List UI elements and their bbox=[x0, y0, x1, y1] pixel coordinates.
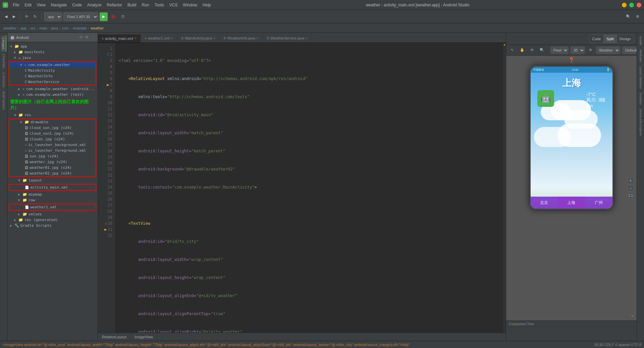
tree-item-drawable[interactable]: ▼ 📁 drawable bbox=[9, 119, 96, 125]
window-controls[interactable] bbox=[622, 3, 641, 7]
app-selector[interactable]: app bbox=[44, 12, 62, 21]
tab-weatherinfo[interactable]: C WeatherInfo.java × bbox=[220, 34, 263, 43]
preview-inspect-btn[interactable]: 🔍 bbox=[538, 47, 546, 54]
menu-bar[interactable]: File Edit View Navigate Code Analyze Ref… bbox=[10, 2, 214, 8]
zoom-fit-button[interactable]: 1:1 bbox=[627, 192, 634, 199]
search-button[interactable]: 🔍 bbox=[624, 12, 633, 21]
tree-item-mainactivity[interactable]: C MainActivity bbox=[9, 68, 96, 73]
sidebar-favorites[interactable]: 2:Favorites bbox=[1, 52, 6, 71]
settings-button[interactable]: ⚙ bbox=[634, 12, 641, 21]
tree-item-activity-main[interactable]: 📄 activity_main.xml bbox=[9, 185, 96, 190]
tree-item-res-gen[interactable]: ▶ 📁 res (generated) bbox=[7, 217, 98, 223]
bottom-tab-imageview[interactable]: ImageView bbox=[131, 333, 157, 341]
tree-item-ic-fg[interactable]: x ic_launcher_foreground.xml bbox=[9, 148, 96, 153]
tree-item-layout[interactable]: ▼ 📁 layout bbox=[7, 178, 98, 183]
menu-edit[interactable]: Edit bbox=[22, 2, 34, 8]
tab-close-3[interactable]: × bbox=[214, 37, 216, 40]
menu-refactor[interactable]: Refactor bbox=[104, 2, 125, 8]
tree-item-gradle[interactable]: ▶ 🔧 Gradle Scripts bbox=[7, 223, 98, 228]
code-mode-btn[interactable]: Code bbox=[589, 35, 604, 43]
debug-button[interactable]: 🐞 bbox=[109, 12, 118, 21]
menu-tools[interactable]: Tools bbox=[152, 2, 167, 8]
menu-window[interactable]: Window bbox=[180, 2, 200, 8]
tree-item-weather02[interactable]: 🖼 weather02.jpg (v24) bbox=[9, 170, 96, 176]
menu-help[interactable]: Help bbox=[200, 2, 214, 8]
tree-item-weather01[interactable]: 🖼 weather01.jpg (v24) bbox=[9, 165, 96, 170]
city-tab-shanghai[interactable]: 上海 bbox=[558, 197, 585, 209]
sidebar-attributes[interactable]: Attributes bbox=[638, 47, 643, 64]
tree-item-package[interactable]: ▼ c com.example.weather bbox=[9, 62, 96, 68]
tree-item-sun[interactable]: 🖼 sun.jpg (v24) bbox=[9, 153, 96, 159]
maximize-button[interactable] bbox=[629, 3, 634, 7]
tab-mainactivity[interactable]: C MainActivity.java × bbox=[177, 34, 220, 43]
tree-item-res[interactable]: ▼ 📁 res bbox=[7, 112, 98, 118]
tree-item-weatherservice[interactable]: C WeatherService bbox=[9, 79, 96, 85]
tree-item-mipmap[interactable]: ▶ 📁 mipmap bbox=[7, 192, 98, 197]
tab-close-5[interactable]: × bbox=[306, 37, 308, 40]
api-selector[interactable]: 30 bbox=[571, 47, 585, 54]
preview-cursor-btn[interactable]: ↖ bbox=[509, 47, 516, 54]
menu-build[interactable]: Build bbox=[125, 2, 139, 8]
tree-item-weatherinfo[interactable]: C WeatherInfo bbox=[9, 73, 96, 79]
breadcrumb-main[interactable]: main bbox=[39, 26, 47, 30]
menu-run[interactable]: Run bbox=[139, 2, 152, 8]
preview-pan-btn[interactable]: ✋ bbox=[518, 47, 527, 54]
back-button[interactable]: ◀ bbox=[3, 12, 9, 21]
breadcrumb-src[interactable]: src bbox=[31, 26, 36, 30]
tab-weatherservice[interactable]: C WeatherService.java × bbox=[263, 34, 312, 43]
city-tab-guangzhou[interactable]: 广州 bbox=[585, 197, 612, 209]
pixel-selector[interactable]: Pixel bbox=[550, 47, 569, 54]
tree-item-clouds[interactable]: 🖼 clouds.jpg (v24) bbox=[9, 136, 96, 142]
tree-item-ic-bg[interactable]: x ic_launcher_background.xml bbox=[9, 142, 96, 148]
preview-orient-btn[interactable]: ⟳ bbox=[587, 47, 594, 54]
menu-analyze[interactable]: Analyze bbox=[85, 2, 104, 8]
weather-selector[interactable]: Weather bbox=[596, 47, 620, 54]
tree-item-weather1-xml[interactable]: 📄 weather1.xml bbox=[9, 204, 96, 210]
menu-code[interactable]: Code bbox=[69, 2, 85, 8]
sidebar-device-explorer[interactable]: Device File Explorer bbox=[638, 107, 643, 138]
menu-vcs[interactable]: VCS bbox=[167, 2, 180, 8]
breadcrumb-final[interactable]: weather bbox=[91, 26, 104, 30]
tree-item-package2[interactable]: ▶ c com.example.weather (android... bbox=[7, 86, 98, 92]
tree-item-raw[interactable]: ▼ 📁 raw bbox=[7, 197, 98, 203]
project-more-icon[interactable]: ⋮ bbox=[91, 35, 95, 40]
tab-close-2[interactable]: × bbox=[171, 37, 173, 40]
sidebar-emulator[interactable]: Emulator bbox=[638, 91, 643, 107]
city-tab-beijing[interactable]: 北京 bbox=[531, 197, 558, 209]
tree-item-values[interactable]: ▶ 📁 values bbox=[7, 211, 98, 217]
sidebar-layout-validation[interactable]: Layout Validation bbox=[638, 64, 643, 91]
close-button[interactable] bbox=[637, 3, 641, 7]
menu-view[interactable]: View bbox=[34, 2, 48, 8]
breadcrumb-weather[interactable]: weather bbox=[3, 26, 16, 30]
menu-file[interactable]: File bbox=[10, 2, 22, 8]
tree-item-cloud-sun1[interactable]: 🖼 cloud_sun1.jpg (v24) bbox=[9, 131, 96, 136]
tree-item-app[interactable]: ▼ 📁 app bbox=[7, 44, 98, 49]
project-settings-icon[interactable]: ⚙ bbox=[85, 35, 89, 40]
sync-button[interactable]: ⟳ bbox=[23, 12, 30, 21]
bottom-tab-relativelayout[interactable]: RelativeLayout bbox=[98, 333, 131, 341]
sidebar-structure[interactable]: Z-Structure bbox=[1, 70, 6, 89]
breadcrumb-example[interactable]: example bbox=[73, 26, 87, 30]
sidebar-project[interactable]: 1:Project bbox=[1, 36, 6, 52]
sidebar-gradle[interactable]: Gradle bbox=[638, 34, 643, 47]
forward-button[interactable]: ▶ bbox=[11, 12, 17, 21]
device-selector[interactable]: Pixel 2 API 30 bbox=[63, 12, 98, 21]
zoom-in-button[interactable]: + bbox=[627, 178, 634, 184]
menu-navigate[interactable]: Navigate bbox=[48, 2, 69, 8]
breadcrumb-com[interactable]: com bbox=[62, 26, 69, 30]
breadcrumb-app[interactable]: app bbox=[20, 26, 26, 30]
resize-handle[interactable]: ↘ bbox=[631, 313, 634, 318]
project-sync-icon[interactable]: ⟳ bbox=[79, 35, 83, 40]
profile-button[interactable]: ⏱ bbox=[119, 12, 127, 21]
tree-item-cloud-sun[interactable]: 🖼 cloud_sun.jpg (v24) bbox=[9, 125, 96, 131]
tree-item-java[interactable]: ▼ ☕ java bbox=[7, 55, 98, 61]
tree-item-manifests[interactable]: ▶ 📁 manifests bbox=[7, 49, 98, 55]
tab-weather1[interactable]: x weather1.xml × bbox=[141, 34, 177, 43]
split-mode-btn[interactable]: Split bbox=[604, 35, 616, 43]
refresh-button[interactable]: ↻ bbox=[32, 12, 39, 21]
tree-item-package3[interactable]: ▶ c com.example.weather (test) bbox=[7, 92, 98, 97]
zoom-out-button[interactable]: − bbox=[627, 185, 634, 192]
preview-zoom-btn[interactable]: ⟳ bbox=[529, 47, 536, 54]
tab-close-1[interactable]: × bbox=[135, 37, 137, 40]
design-mode-btn[interactable]: Design bbox=[617, 35, 634, 43]
